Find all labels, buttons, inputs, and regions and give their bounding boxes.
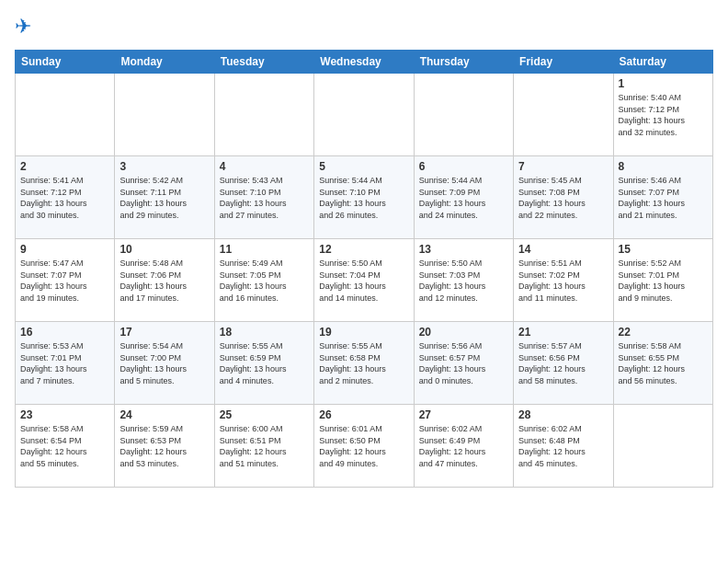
calendar-table: SundayMondayTuesdayWednesdayThursdayFrid… [15,50,713,488]
calendar-cell: 24Sunrise: 5:59 AM Sunset: 6:53 PM Dayli… [115,405,214,488]
calendar-cell: 26Sunrise: 6:01 AM Sunset: 6:50 PM Dayli… [314,405,414,488]
day-number: 14 [518,243,608,256]
calendar-cell: 23Sunrise: 5:58 AM Sunset: 6:54 PM Dayli… [16,405,115,488]
day-number: 9 [20,243,109,256]
day-info: Sunrise: 5:48 AM Sunset: 7:06 PM Dayligh… [119,258,209,304]
calendar-cell: 22Sunrise: 5:58 AM Sunset: 6:55 PM Dayli… [613,322,712,405]
day-number: 5 [319,160,408,173]
day-number: 13 [419,243,508,256]
day-number: 22 [619,326,708,339]
day-info: Sunrise: 6:01 AM Sunset: 6:50 PM Dayligh… [319,423,408,469]
day-info: Sunrise: 6:02 AM Sunset: 6:49 PM Dayligh… [419,423,508,469]
day-number: 24 [119,408,209,421]
logo-icon: ✈ [15,15,31,39]
day-info: Sunrise: 5:42 AM Sunset: 7:11 PM Dayligh… [119,175,209,221]
day-number: 20 [419,326,508,339]
day-number: 1 [619,77,708,90]
header-day-sunday: Sunday [16,51,115,74]
calendar-cell: 20Sunrise: 5:56 AM Sunset: 6:57 PM Dayli… [414,322,513,405]
calendar-cell: 14Sunrise: 5:51 AM Sunset: 7:02 PM Dayli… [514,239,613,322]
day-info: Sunrise: 5:55 AM Sunset: 6:58 PM Dayligh… [319,340,408,386]
header-day-friday: Friday [514,51,613,74]
day-info: Sunrise: 5:56 AM Sunset: 6:57 PM Dayligh… [419,340,508,386]
day-number: 16 [20,326,109,339]
calendar-cell: 2Sunrise: 5:41 AM Sunset: 7:12 PM Daylig… [16,156,115,239]
calendar-cell: 25Sunrise: 6:00 AM Sunset: 6:51 PM Dayli… [214,405,313,488]
calendar-cell [16,74,115,156]
header-day-tuesday: Tuesday [214,51,313,74]
day-number: 23 [20,408,109,421]
day-number: 2 [20,160,109,173]
day-info: Sunrise: 5:59 AM Sunset: 6:53 PM Dayligh… [119,423,209,469]
day-number: 19 [319,326,408,339]
day-info: Sunrise: 5:49 AM Sunset: 7:05 PM Dayligh… [220,258,309,304]
day-info: Sunrise: 5:58 AM Sunset: 6:54 PM Dayligh… [20,423,109,469]
day-info: Sunrise: 6:02 AM Sunset: 6:48 PM Dayligh… [518,423,608,469]
day-number: 3 [119,160,209,173]
day-info: Sunrise: 5:55 AM Sunset: 6:59 PM Dayligh… [220,340,309,386]
day-number: 11 [220,243,309,256]
day-number: 21 [518,326,608,339]
calendar-cell: 17Sunrise: 5:54 AM Sunset: 7:00 PM Dayli… [115,322,214,405]
calendar-week-row: 9Sunrise: 5:47 AM Sunset: 7:07 PM Daylig… [16,239,713,322]
day-number: 8 [619,160,708,173]
day-info: Sunrise: 5:52 AM Sunset: 7:01 PM Dayligh… [619,258,708,304]
day-number: 6 [419,160,508,173]
calendar-week-row: 23Sunrise: 5:58 AM Sunset: 6:54 PM Dayli… [16,405,713,488]
calendar-cell: 8Sunrise: 5:46 AM Sunset: 7:07 PM Daylig… [613,156,712,239]
calendar-cell: 28Sunrise: 6:02 AM Sunset: 6:48 PM Dayli… [514,405,613,488]
day-info: Sunrise: 5:45 AM Sunset: 7:08 PM Dayligh… [518,175,608,221]
calendar-cell: 12Sunrise: 5:50 AM Sunset: 7:04 PM Dayli… [314,239,414,322]
day-number: 27 [419,408,508,421]
day-info: Sunrise: 6:00 AM Sunset: 6:51 PM Dayligh… [220,423,309,469]
day-number: 26 [319,408,408,421]
calendar-week-row: 1Sunrise: 5:40 AM Sunset: 7:12 PM Daylig… [16,74,713,156]
day-info: Sunrise: 5:54 AM Sunset: 7:00 PM Dayligh… [119,340,209,386]
calendar-week-row: 16Sunrise: 5:53 AM Sunset: 7:01 PM Dayli… [16,322,713,405]
day-info: Sunrise: 5:57 AM Sunset: 6:56 PM Dayligh… [518,340,608,386]
header: ✈ [15,15,713,39]
calendar-week-row: 2Sunrise: 5:41 AM Sunset: 7:12 PM Daylig… [16,156,713,239]
calendar-cell: 1Sunrise: 5:40 AM Sunset: 7:12 PM Daylig… [613,74,712,156]
logo: ✈ [15,15,31,39]
calendar-cell: 15Sunrise: 5:52 AM Sunset: 7:01 PM Dayli… [613,239,712,322]
calendar-cell [414,74,513,156]
day-number: 17 [119,326,209,339]
day-info: Sunrise: 5:47 AM Sunset: 7:07 PM Dayligh… [20,258,109,304]
calendar-cell: 27Sunrise: 6:02 AM Sunset: 6:49 PM Dayli… [414,405,513,488]
day-info: Sunrise: 5:44 AM Sunset: 7:10 PM Dayligh… [319,175,408,221]
header-day-saturday: Saturday [613,51,712,74]
calendar-cell: 3Sunrise: 5:42 AM Sunset: 7:11 PM Daylig… [115,156,214,239]
day-info: Sunrise: 5:41 AM Sunset: 7:12 PM Dayligh… [20,175,109,221]
calendar-cell: 11Sunrise: 5:49 AM Sunset: 7:05 PM Dayli… [214,239,313,322]
day-number: 10 [119,243,209,256]
calendar-cell: 19Sunrise: 5:55 AM Sunset: 6:58 PM Dayli… [314,322,414,405]
calendar-cell: 9Sunrise: 5:47 AM Sunset: 7:07 PM Daylig… [16,239,115,322]
day-info: Sunrise: 5:44 AM Sunset: 7:09 PM Dayligh… [419,175,508,221]
calendar-cell: 7Sunrise: 5:45 AM Sunset: 7:08 PM Daylig… [514,156,613,239]
calendar-header-row: SundayMondayTuesdayWednesdayThursdayFrid… [16,51,713,74]
day-info: Sunrise: 5:51 AM Sunset: 7:02 PM Dayligh… [518,258,608,304]
calendar-cell [214,74,313,156]
calendar-cell: 5Sunrise: 5:44 AM Sunset: 7:10 PM Daylig… [314,156,414,239]
day-number: 15 [619,243,708,256]
day-number: 7 [518,160,608,173]
calendar-cell [514,74,613,156]
day-number: 4 [220,160,309,173]
calendar-cell [613,405,712,488]
day-info: Sunrise: 5:46 AM Sunset: 7:07 PM Dayligh… [619,175,708,221]
day-info: Sunrise: 5:43 AM Sunset: 7:10 PM Dayligh… [220,175,309,221]
day-number: 28 [518,408,608,421]
day-info: Sunrise: 5:50 AM Sunset: 7:04 PM Dayligh… [319,258,408,304]
header-day-monday: Monday [115,51,214,74]
day-number: 18 [220,326,309,339]
calendar-cell: 10Sunrise: 5:48 AM Sunset: 7:06 PM Dayli… [115,239,214,322]
header-day-wednesday: Wednesday [314,51,414,74]
calendar-cell [314,74,414,156]
calendar-cell [115,74,214,156]
calendar-cell: 13Sunrise: 5:50 AM Sunset: 7:03 PM Dayli… [414,239,513,322]
day-number: 25 [220,408,309,421]
day-info: Sunrise: 5:40 AM Sunset: 7:12 PM Dayligh… [619,92,708,138]
day-info: Sunrise: 5:50 AM Sunset: 7:03 PM Dayligh… [419,258,508,304]
day-info: Sunrise: 5:53 AM Sunset: 7:01 PM Dayligh… [20,340,109,386]
